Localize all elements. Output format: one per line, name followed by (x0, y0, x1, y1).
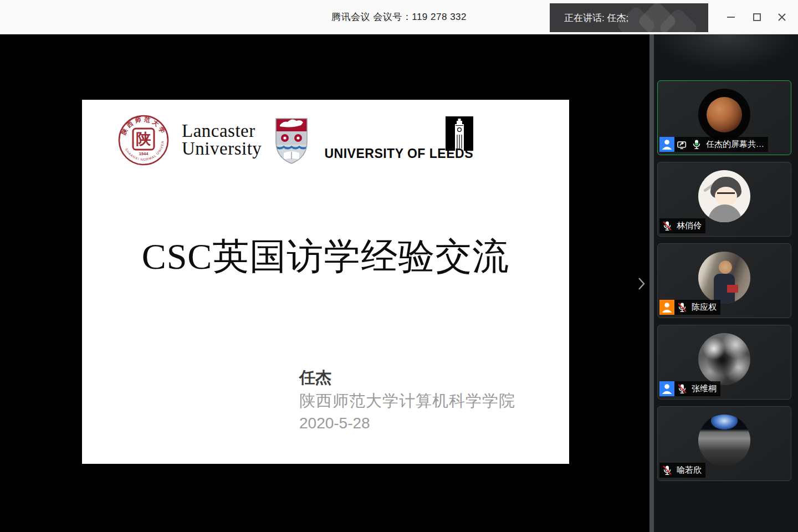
presenter-name: 任杰 (299, 367, 331, 389)
avatar (698, 89, 750, 141)
minimize-icon (725, 12, 736, 23)
sidebar-expand-chevron[interactable] (633, 273, 649, 295)
shared-screen-area: 陕西师范大学 SHAANXI NORMAL UNIVERSITY 陕 1944 … (0, 34, 649, 532)
participant-tile-zhangweitong[interactable]: 张维桐 (657, 325, 791, 400)
participant-tiles: 任杰的屏幕共… 林俏伶 (657, 80, 794, 481)
window-titlebar: 腾讯会议 会议号：119 278 332 正在讲话: 任杰; (0, 0, 798, 34)
participant-name: 张维桐 (690, 383, 717, 394)
participant-tile-renjie-share[interactable]: 任杰的屏幕共… (657, 80, 791, 155)
participant-tile-chenyingquan[interactable]: 陈应权 (657, 243, 791, 318)
participant-labelbar: 喻若欣 (659, 463, 705, 478)
participants-sidebar: 任杰的屏幕共… 林俏伶 (654, 34, 798, 532)
svg-text:1944: 1944 (139, 151, 149, 156)
svg-text:陕: 陕 (136, 131, 151, 147)
host-badge-icon (659, 381, 674, 396)
mic-muted-icon (676, 382, 689, 396)
slide-date: 2020-5-28 (299, 415, 370, 432)
presentation-slide: 陕西师范大学 SHAANXI NORMAL UNIVERSITY 陕 1944 … (82, 100, 569, 464)
host-badge-icon (659, 300, 674, 315)
close-button[interactable] (769, 0, 795, 34)
maximize-icon (751, 12, 763, 23)
mic-muted-icon (676, 301, 689, 314)
host-badge-icon (659, 137, 674, 152)
mic-muted-icon (661, 464, 674, 477)
avatar (698, 170, 750, 222)
chevron-right-icon (636, 276, 646, 291)
panel-divider-handle[interactable] (649, 34, 654, 532)
avatar (698, 252, 750, 304)
maximize-button[interactable] (744, 0, 770, 34)
presenter-affiliation: 陕西师范大学计算机科学学院 (299, 390, 515, 412)
participant-tile-linqiaoling[interactable]: 林俏伶 (657, 162, 791, 237)
shaanxi-normal-university-logo: 陕西师范大学 SHAANXI NORMAL UNIVERSITY 陕 1944 (117, 114, 170, 166)
participant-name: 陈应权 (690, 302, 717, 313)
mic-muted-icon (661, 219, 674, 233)
participant-labelbar: 任杰的屏幕共… (659, 137, 768, 152)
participant-labelbar: 林俏伶 (659, 218, 705, 233)
close-icon (776, 12, 787, 23)
speaking-indicator: 正在讲话: 任杰; (550, 3, 708, 32)
slide-title: CSC英国访学经验交流 (82, 232, 569, 282)
screen-share-icon (676, 138, 689, 151)
leeds-tower-logo (446, 116, 473, 151)
lancaster-university-logo-text: Lancaster University (182, 122, 262, 157)
participant-labelbar: 陈应权 (659, 300, 720, 315)
participant-name: 喻若欣 (675, 465, 702, 475)
avatar (698, 333, 750, 385)
participant-labelbar: 张维桐 (659, 381, 720, 396)
minimize-button[interactable] (718, 0, 744, 34)
mic-on-icon (690, 138, 703, 151)
participant-tile-yuruoxin[interactable]: 喻若欣 (657, 406, 791, 481)
participant-name: 任杰的屏幕共… (704, 139, 764, 150)
sidebar-gradient (654, 34, 798, 82)
participant-name: 林俏伶 (675, 221, 702, 231)
avatar (698, 415, 750, 467)
university-of-leeds-logo-text: UNIVERSITY OF LEEDS (304, 146, 473, 161)
speaking-label: 正在讲话: 任杰; (550, 12, 628, 24)
